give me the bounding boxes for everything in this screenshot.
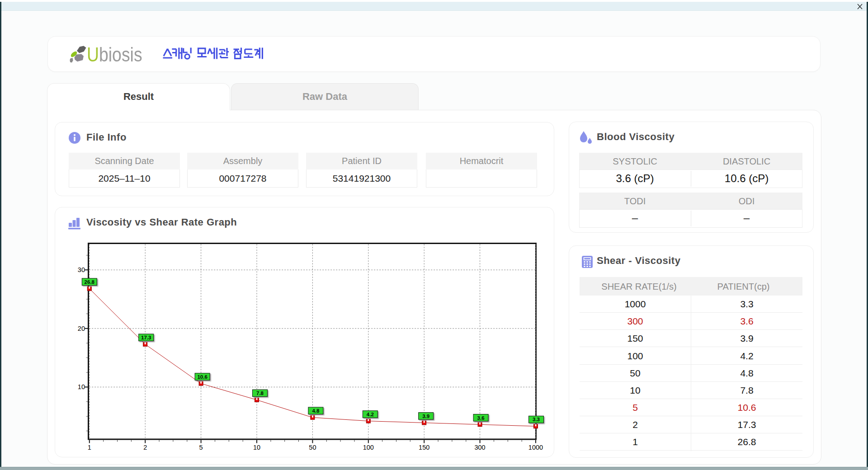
svg-text:50: 50 xyxy=(309,444,316,451)
svg-text:1: 1 xyxy=(88,444,91,451)
svg-text:1000: 1000 xyxy=(528,444,543,451)
svg-text:3.3: 3.3 xyxy=(533,417,540,422)
svg-text:30: 30 xyxy=(78,266,85,273)
svg-text:26.8: 26.8 xyxy=(85,279,95,285)
svg-text:20: 20 xyxy=(78,325,85,332)
svg-text:7.8: 7.8 xyxy=(256,390,264,396)
svg-text:100: 100 xyxy=(363,444,374,451)
svg-text:3.6: 3.6 xyxy=(477,415,485,421)
svg-text:3.9: 3.9 xyxy=(422,414,429,419)
svg-text:4.2: 4.2 xyxy=(367,412,374,417)
svg-text:4.8: 4.8 xyxy=(312,408,320,414)
svg-text:300: 300 xyxy=(474,444,485,451)
svg-text:10: 10 xyxy=(253,444,260,451)
svg-text:17.3: 17.3 xyxy=(141,335,151,340)
svg-text:5: 5 xyxy=(199,444,203,451)
svg-text:10.6: 10.6 xyxy=(197,374,207,380)
svg-text:2: 2 xyxy=(143,444,147,451)
svg-text:10: 10 xyxy=(78,383,85,390)
svg-text:150: 150 xyxy=(419,444,429,451)
